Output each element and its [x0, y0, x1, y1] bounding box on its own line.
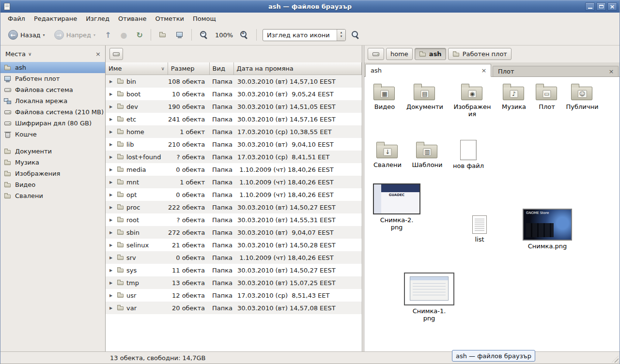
close-button[interactable]: ×	[607, 2, 617, 11]
pathbar-button[interactable]: Работен плот	[448, 48, 512, 60]
expander-icon[interactable]: ▶	[109, 92, 115, 96]
expander-icon[interactable]: ▶	[109, 243, 115, 247]
expander-icon[interactable]: ▶	[109, 117, 115, 121]
pathbar-button[interactable]: ash	[415, 48, 446, 60]
table-row[interactable]: ▶ boot 10 обекта Папка 30.03.2010 (вт) 9…	[106, 88, 362, 100]
sidebar-item[interactable]: Изображения	[0, 168, 105, 179]
file-icon-item[interactable]: Изображен ия	[452, 82, 493, 118]
view-mode-spinner[interactable]: ▴ ▾	[337, 30, 345, 41]
expander-icon[interactable]: ▶	[109, 105, 115, 109]
tab-close-icon[interactable]: ×	[480, 67, 488, 75]
file-icon-item[interactable]: list	[459, 215, 500, 243]
view-mode-select[interactable]: Изглед като икони ▴ ▾	[263, 29, 346, 41]
tab-close-icon[interactable]: ×	[607, 68, 615, 76]
sidebar-item[interactable]: Музика	[0, 157, 105, 168]
pathbar-button[interactable]: home	[386, 48, 413, 60]
table-row[interactable]: ▶ sys 11 обекта Папка 30.03.2010 (вт) 14…	[106, 264, 362, 276]
menu-item[interactable]: Файл	[3, 14, 30, 24]
file-icon-item[interactable]: Свалени	[367, 140, 408, 169]
sidebar-item[interactable]: Документи	[0, 146, 105, 157]
sidebar-item[interactable]: Работен плот	[0, 73, 105, 84]
zoom-in-button[interactable]: +	[236, 28, 252, 42]
up-button[interactable]: ↑	[101, 28, 115, 42]
sidebar-item[interactable]: Видео	[0, 179, 105, 190]
expander-icon[interactable]: ▶	[109, 142, 115, 147]
menu-item[interactable]: Редактиране	[30, 14, 81, 24]
stop-button[interactable]: ●	[117, 28, 131, 42]
expander-icon[interactable]: ▶	[109, 79, 115, 84]
file-icon-item[interactable]: Документи	[404, 82, 445, 111]
home-button[interactable]	[155, 29, 170, 41]
expander-icon[interactable]: ▶	[109, 256, 115, 260]
zoom-out-button[interactable]: −	[196, 28, 212, 42]
sidebar-item[interactable]: Кошче	[0, 129, 105, 140]
tab[interactable]: Плот ×	[493, 66, 619, 76]
table-row[interactable]: ▶ opt 0 обекта Папка 1.10.2009 (чт) 18,4…	[106, 188, 362, 201]
sidebar-item[interactable]: Свалени	[0, 190, 105, 201]
expander-icon[interactable]: ▶	[109, 268, 115, 273]
titlebar[interactable]: ash — файлов браузър ×	[0, 0, 620, 13]
sidebar-selector-chevron-icon[interactable]: ∨	[28, 51, 31, 57]
sidebar-item[interactable]: Файлова система (210 MB)	[0, 106, 105, 118]
column-header[interactable]: Вид	[210, 62, 234, 75]
table-row[interactable]: ▶ dev 190 обекта Папка 30.03.2010 (вт) 1…	[106, 100, 362, 113]
table-row[interactable]: ▶ home 1 обект Папка 17.03.2010 (ср) 10,…	[106, 125, 362, 138]
expander-icon[interactable]: ▶	[109, 218, 115, 222]
column-header[interactable]: Име ∨	[106, 62, 168, 75]
menu-item[interactable]: Отиване	[114, 14, 151, 24]
expander-icon[interactable]: ▶	[109, 281, 115, 285]
expander-icon[interactable]: ▶	[109, 155, 115, 159]
table-row[interactable]: ▶ var 20 обекта Папка 30.03.2010 (вт) 14…	[106, 302, 362, 314]
file-icon-item[interactable]: GNOME Store Снимка.png	[521, 209, 574, 250]
file-icon-item[interactable]: Плот	[527, 82, 567, 111]
column-header[interactable]: Дата на промяна	[234, 62, 362, 75]
table-row[interactable]: ▶ srv 0 обекта Папка 1.10.2009 (чт) 18,4…	[106, 251, 362, 264]
expander-icon[interactable]: ▶	[109, 180, 115, 184]
file-icon-item[interactable]: Снимка-1. png	[403, 273, 456, 322]
table-row[interactable]: ▶ root ? обекта Папка 30.03.2010 (вт) 14…	[106, 213, 362, 226]
table-row[interactable]: ▶ usr 12 обекта Папка 17.03.2010 (ср) 8,…	[106, 289, 362, 302]
expander-icon[interactable]: ▶	[109, 130, 115, 134]
table-row[interactable]: ▶ lost+found ? обекта Папка 17.03.2010 (…	[106, 151, 362, 163]
sidebar-item[interactable]: Файлова система	[0, 84, 105, 95]
maximize-button[interactable]	[596, 2, 606, 11]
file-icon-item[interactable]: Шаблони	[407, 140, 448, 169]
reload-button[interactable]: ↻	[133, 28, 147, 42]
file-icon-item[interactable]: Видео	[364, 82, 405, 111]
table-row[interactable]: ▶ mnt 1 обект Папка 1.10.2009 (чт) 18,40…	[106, 176, 362, 188]
icon-view[interactable]: Видео Документи	[364, 77, 620, 351]
column-header[interactable]: Размер	[168, 62, 210, 75]
menu-item[interactable]: Отметки	[151, 14, 188, 24]
resize-grip[interactable]	[612, 356, 619, 363]
table-row[interactable]: ▶ bin 108 обекта Папка 30.03.2010 (вт) 1…	[106, 75, 362, 88]
expander-icon[interactable]: ▶	[109, 167, 115, 172]
forward-button[interactable]: → Напред ▾	[50, 28, 100, 42]
table-row[interactable]: ▶ tmp 13 обекта Папка 30.03.2010 (вт) 15…	[106, 276, 362, 289]
table-row[interactable]: ▶ lib 210 обекта Папка 30.03.2010 (вт) 9…	[106, 138, 362, 151]
sidebar-item[interactable]: Шифриран дял (80 GB)	[0, 118, 105, 129]
sidebar-item[interactable]: ash	[0, 62, 105, 73]
tab[interactable]: ash ×	[365, 64, 491, 77]
expander-icon[interactable]: ▶	[109, 193, 115, 197]
expander-icon[interactable]: ▶	[109, 293, 115, 298]
back-button[interactable]: ← Назад ▾	[4, 28, 49, 42]
sidebar-close-button[interactable]: ×	[94, 50, 102, 58]
file-icon-item[interactable]: Публични	[562, 82, 603, 111]
expander-icon[interactable]: ▶	[109, 230, 115, 235]
table-row[interactable]: ▶ etc 241 обекта Папка 30.03.2010 (вт) 1…	[106, 113, 362, 125]
search-button[interactable]	[347, 28, 364, 42]
root-location-button[interactable]	[109, 48, 123, 60]
expander-icon[interactable]: ▶	[109, 306, 115, 310]
minimize-button[interactable]	[585, 2, 595, 11]
expander-icon[interactable]: ▶	[109, 205, 115, 210]
table-row[interactable]: ▶ sbin 272 обекта Папка 30.03.2010 (вт) …	[106, 226, 362, 239]
menu-item[interactable]: Помощ	[188, 14, 220, 24]
taskbar-window-button[interactable]: ash — файлов браузър	[452, 350, 535, 362]
computer-button[interactable]	[172, 29, 187, 41]
table-row[interactable]: ▶ proc 222 обекта Папка 30.03.2010 (вт) …	[106, 201, 362, 213]
table-row[interactable]: ▶ selinux 21 обекта Папка 30.03.2010 (вт…	[106, 239, 362, 251]
menu-item[interactable]: Изглед	[81, 14, 114, 24]
pathbar-button[interactable]	[368, 48, 384, 60]
file-icon-item[interactable]: нов файл	[448, 140, 489, 170]
sidebar-item[interactable]: Локална мрежа	[0, 95, 105, 106]
